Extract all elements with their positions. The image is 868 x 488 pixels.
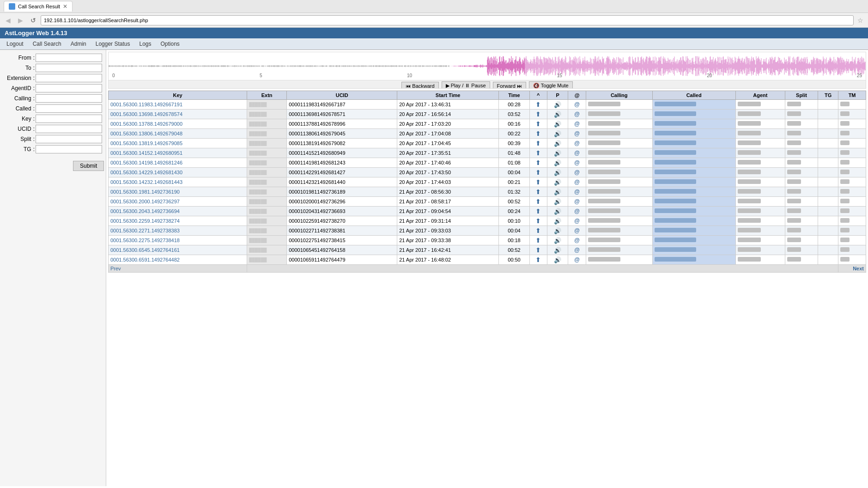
cell-play[interactable]: 🔊 [547,100,568,110]
input-called[interactable] [36,104,102,113]
nav-options[interactable]: Options [156,39,184,49]
cell-play[interactable]: 🔊 [547,177,568,187]
cell-play[interactable]: 🔊 [547,216,568,226]
cell-at[interactable]: @ [568,255,586,265]
back-button[interactable]: ◀ [3,16,13,25]
cell-play[interactable]: 🔊 [547,245,568,255]
input-calling[interactable] [36,94,102,103]
cell-key[interactable]: 0001.56300.14152.1492680951 [109,148,247,158]
cell-caret[interactable]: ⬆ [529,216,547,226]
cell-key[interactable]: 0001.56300.2271.1492738383 [109,226,247,236]
cell-key[interactable]: 0001.56300.14232.1492681443 [109,177,247,187]
cell-caret[interactable]: ⬆ [529,119,547,129]
cell-caret[interactable]: ⬆ [529,168,547,177]
cell-play[interactable]: 🔊 [547,158,568,168]
input-key[interactable] [36,115,102,123]
cell-caret[interactable]: ⬆ [529,139,547,148]
cell-key[interactable]: 0001.56300.11983.1492667191 [109,100,247,110]
cell-play[interactable]: 🔊 [547,207,568,216]
cell-at[interactable]: @ [568,187,586,197]
input-from[interactable] [36,54,102,62]
cell-caret[interactable]: ⬆ [529,100,547,110]
cell-caret[interactable]: ⬆ [529,245,547,255]
input-tg[interactable] [36,145,102,153]
cell-caret[interactable]: ⬆ [529,129,547,139]
prev-button[interactable]: Prev [109,265,247,273]
cell-caret[interactable]: ⬆ [529,197,547,207]
cell-key[interactable]: 0001.56300.14229.1492681430 [109,168,247,177]
cell-at[interactable]: @ [568,216,586,226]
cell-at[interactable]: @ [568,110,586,119]
cell-key[interactable]: 0001.56300.6591.1492764482 [109,255,247,265]
nav-logger-status[interactable]: Logger Status [91,39,135,49]
submit-button[interactable]: Submit [73,161,104,171]
cell-at[interactable]: @ [568,158,586,168]
cell-key[interactable]: 0001.56300.14198.1492681246 [109,158,247,168]
toggle-mute-button[interactable]: 🔇 Toggle Mute [529,81,573,89]
cell-at[interactable]: @ [568,168,586,177]
cell-at[interactable]: @ [568,236,586,245]
cell-at[interactable]: @ [568,148,586,158]
nav-call-search[interactable]: Call Search [28,39,66,49]
address-bar[interactable] [41,15,854,25]
cell-caret[interactable]: ⬆ [529,110,547,119]
cell-play[interactable]: 🔊 [547,226,568,236]
cell-key[interactable]: 0001.56300.2000.1492736297 [109,197,247,207]
bookmark-icon[interactable]: ☆ [856,17,865,24]
cell-play[interactable]: 🔊 [547,187,568,197]
input-ucid[interactable] [36,125,102,133]
cell-at[interactable]: @ [568,139,586,148]
cell-play[interactable]: 🔊 [547,148,568,158]
cell-play[interactable]: 🔊 [547,255,568,265]
cell-play[interactable]: 🔊 [547,110,568,119]
forward-button[interactable]: ▶ [15,16,26,25]
cell-play[interactable]: 🔊 [547,139,568,148]
cell-key[interactable]: 0001.56300.13806.1492679048 [109,129,247,139]
cell-at[interactable]: @ [568,177,586,187]
cell-caret[interactable]: ⬆ [529,207,547,216]
cell-key[interactable]: 0001.56300.13698.1492678574 [109,110,247,119]
reload-button[interactable]: ↺ [28,16,39,25]
cell-key[interactable]: 0001.56300.1981.1492736190 [109,187,247,197]
cell-play[interactable]: 🔊 [547,168,568,177]
input-to[interactable] [36,64,102,72]
cell-caret[interactable]: ⬆ [529,236,547,245]
cell-play[interactable]: 🔊 [547,129,568,139]
input-split[interactable] [36,135,102,143]
cell-at[interactable]: @ [568,197,586,207]
browser-tab[interactable]: Call Search Result ✕ [4,1,73,12]
cell-at[interactable]: @ [568,119,586,129]
cell-key[interactable]: 0001.56300.2259.1492738274 [109,216,247,226]
backward-button[interactable]: ⏮ Backward [401,82,438,89]
cell-play[interactable]: 🔊 [547,119,568,129]
nav-admin[interactable]: Admin [66,39,91,49]
cell-key[interactable]: 0001.56300.6545.1492764161 [109,245,247,255]
cell-caret[interactable]: ⬆ [529,187,547,197]
play-pause-button[interactable]: ▶ Play / ⏸ Pause [442,81,490,89]
cell-called [652,226,735,236]
cell-key[interactable]: 0001.56300.2275.1492738418 [109,236,247,245]
cell-play[interactable]: 🔊 [547,197,568,207]
nav-logout[interactable]: Logout [2,39,28,49]
cell-key[interactable]: 0001.56300.2043.1492736694 [109,207,247,216]
cell-play[interactable]: 🔊 [547,236,568,245]
cell-at[interactable]: @ [568,129,586,139]
next-button[interactable]: Next [838,265,866,273]
cell-key[interactable]: 0001.56300.13788.1492679000 [109,119,247,129]
input-agentid[interactable] [36,84,102,92]
tab-close-btn[interactable]: ✕ [63,3,67,10]
cell-caret[interactable]: ⬆ [529,255,547,265]
cell-at[interactable]: @ [568,226,586,236]
cell-at[interactable]: @ [568,100,586,110]
cell-caret[interactable]: ⬆ [529,158,547,168]
forward-button-ctrl[interactable]: Forward ⏭ [493,82,526,89]
cell-caret[interactable]: ⬆ [529,148,547,158]
cell-time: 00:52 [499,197,529,207]
cell-caret[interactable]: ⬆ [529,177,547,187]
nav-logs[interactable]: Logs [134,39,156,49]
cell-caret[interactable]: ⬆ [529,226,547,236]
cell-at[interactable]: @ [568,207,586,216]
input-extension[interactable] [36,74,102,82]
cell-at[interactable]: @ [568,245,586,255]
cell-key[interactable]: 0001.56300.13819.1492679085 [109,139,247,148]
